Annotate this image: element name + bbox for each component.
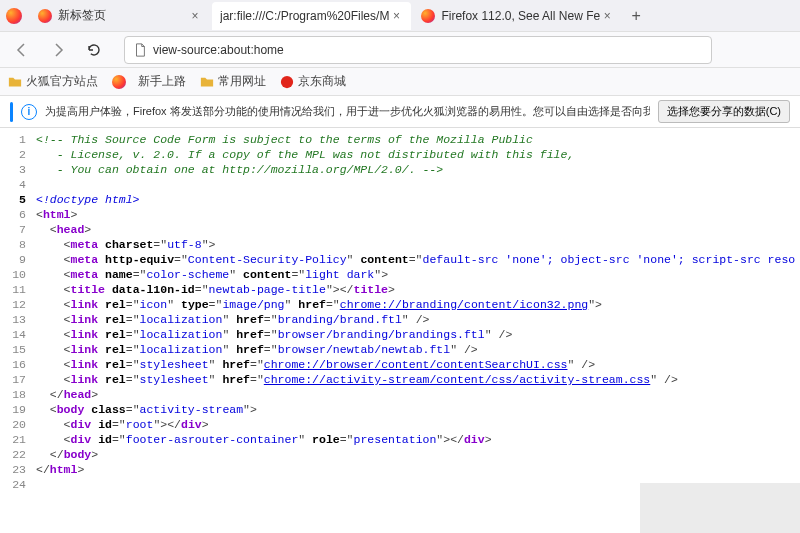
line-number: 8: [0, 237, 36, 252]
info-accent: [10, 102, 13, 122]
line-number: 10: [0, 267, 36, 282]
line-code: <head>: [36, 222, 91, 237]
source-line: 8 <meta charset="utf-8">: [0, 237, 800, 252]
info-text: 为提高用户体验，Firefox 将发送部分功能的使用情况给我们，用于进一步优化火…: [45, 104, 650, 119]
nav-toolbar: view-source:about:home: [0, 32, 800, 68]
bookmark-item-1[interactable]: 新手上路: [112, 73, 186, 90]
folder-icon: [8, 75, 22, 89]
line-number: 20: [0, 417, 36, 432]
source-line: 15 <link rel="localization" href="browse…: [0, 342, 800, 357]
info-icon: i: [21, 104, 37, 120]
line-code: <link rel="localization" href="branding/…: [36, 312, 429, 327]
line-number: 4: [0, 177, 36, 192]
tab-bar: 新标签页×jar:file:///C:/Program%20Files/M×Fi…: [0, 0, 800, 32]
bookmark-item-0[interactable]: 火狐官方站点: [8, 73, 98, 90]
firefox-icon: [112, 75, 126, 89]
line-number: 7: [0, 222, 36, 237]
line-code: <link rel="localization" href="browser/n…: [36, 342, 478, 357]
line-number: 18: [0, 387, 36, 402]
line-number: 24: [0, 477, 36, 492]
tab-2[interactable]: Firefox 112.0, See All New Fe×: [413, 2, 622, 30]
line-number: 2: [0, 147, 36, 162]
line-number: 15: [0, 342, 36, 357]
source-line: 16 <link rel="stylesheet" href="chrome:/…: [0, 357, 800, 372]
source-line: 13 <link rel="localization" href="brandi…: [0, 312, 800, 327]
line-code: </html>: [36, 462, 84, 477]
info-bar: i 为提高用户体验，Firefox 将发送部分功能的使用情况给我们，用于进一步优…: [0, 96, 800, 128]
page-icon: [133, 43, 147, 57]
forward-button[interactable]: [44, 36, 72, 64]
source-line: 6<html>: [0, 207, 800, 222]
bookmark-label: 京东商城: [298, 73, 346, 90]
line-number: 5: [0, 192, 36, 207]
line-code: <!-- This Source Code Form is subject to…: [36, 132, 533, 147]
line-number: 21: [0, 432, 36, 447]
source-line: 20 <div id="root"></div>: [0, 417, 800, 432]
bookmarks-bar: 火狐官方站点新手上路常用网址京东商城: [0, 68, 800, 96]
close-icon[interactable]: ×: [389, 9, 403, 23]
source-line: 10 <meta name="color-scheme" content="li…: [0, 267, 800, 282]
source-line: 14 <link rel="localization" href="browse…: [0, 327, 800, 342]
svg-point-0: [281, 75, 293, 87]
line-number: 12: [0, 297, 36, 312]
arrow-left-icon: [14, 42, 30, 58]
source-line: 17 <link rel="stylesheet" href="chrome:/…: [0, 372, 800, 387]
info-choose-button[interactable]: 选择您要分享的数据(C): [658, 100, 790, 123]
line-number: 22: [0, 447, 36, 462]
folder-icon: [200, 75, 214, 89]
source-view: 1<!-- This Source Code Form is subject t…: [0, 128, 800, 492]
reload-button[interactable]: [80, 36, 108, 64]
line-number: 11: [0, 282, 36, 297]
reload-icon: [86, 42, 102, 58]
line-code: <title data-l10n-id="newtab-page-title">…: [36, 282, 395, 297]
source-line: 9 <meta http-equiv="Content-Security-Pol…: [0, 252, 800, 267]
arrow-right-icon: [50, 42, 66, 58]
tab-label: Firefox 112.0, See All New Fe: [441, 9, 600, 23]
url-bar[interactable]: view-source:about:home: [124, 36, 712, 64]
watermark: [640, 483, 800, 533]
close-icon[interactable]: ×: [188, 9, 202, 23]
source-line: 23</html>: [0, 462, 800, 477]
source-line: 4: [0, 177, 800, 192]
line-code: - You can obtain one at http://mozilla.o…: [36, 162, 443, 177]
line-code: <body class="activity-stream">: [36, 402, 257, 417]
line-number: 1: [0, 132, 36, 147]
source-line: 2 - License, v. 2.0. If a copy of the MP…: [0, 147, 800, 162]
line-code: <link rel="icon" type="image/png" href="…: [36, 297, 602, 312]
line-code: - License, v. 2.0. If a copy of the MPL …: [36, 147, 574, 162]
tab-0[interactable]: 新标签页×: [30, 2, 210, 30]
line-code: <link rel="localization" href="browser/b…: [36, 327, 512, 342]
line-number: 9: [0, 252, 36, 267]
source-line: 5<!doctype html>: [0, 192, 800, 207]
source-line: 22 </body>: [0, 447, 800, 462]
bookmark-item-3[interactable]: 京东商城: [280, 73, 346, 90]
tab-1[interactable]: jar:file:///C:/Program%20Files/M×: [212, 2, 411, 30]
line-number: 6: [0, 207, 36, 222]
line-number: 16: [0, 357, 36, 372]
source-line: 12 <link rel="icon" type="image/png" hre…: [0, 297, 800, 312]
source-line: 3 - You can obtain one at http://mozilla…: [0, 162, 800, 177]
url-text: view-source:about:home: [153, 43, 284, 57]
close-icon[interactable]: ×: [600, 9, 614, 23]
line-code: </head>: [36, 387, 98, 402]
tab-label: 新标签页: [58, 7, 188, 24]
line-code: <meta http-equiv="Content-Security-Polic…: [36, 252, 795, 267]
line-number: 23: [0, 462, 36, 477]
jd-icon: [280, 75, 294, 89]
line-code: <!doctype html>: [36, 192, 140, 207]
bookmark-label: 新手上路: [138, 73, 186, 90]
line-number: 14: [0, 327, 36, 342]
firefox-icon: [421, 9, 435, 23]
firefox-app-icon: [6, 8, 22, 24]
line-code: <div id="footer-asrouter-container" role…: [36, 432, 492, 447]
line-code: <link rel="stylesheet" href="chrome://br…: [36, 357, 595, 372]
source-line: 19 <body class="activity-stream">: [0, 402, 800, 417]
source-line: 21 <div id="footer-asrouter-container" r…: [0, 432, 800, 447]
back-button[interactable]: [8, 36, 36, 64]
source-line: 7 <head>: [0, 222, 800, 237]
line-number: 17: [0, 372, 36, 387]
bookmark-item-2[interactable]: 常用网址: [200, 73, 266, 90]
new-tab-button[interactable]: +: [624, 4, 648, 28]
firefox-icon: [38, 9, 52, 23]
bookmark-label: 常用网址: [218, 73, 266, 90]
